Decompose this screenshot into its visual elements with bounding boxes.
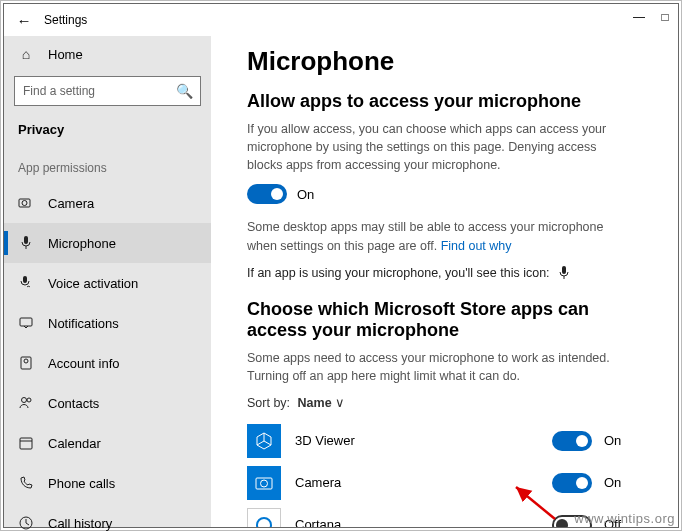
camera-app-icon <box>247 466 281 500</box>
section-choose-desc: Some apps need to access your microphone… <box>247 349 617 385</box>
sidebar: ⌂ Home Find a setting 🔍 Privacy App perm… <box>4 36 211 527</box>
sort-control[interactable]: Sort by: Name ∨ <box>247 395 642 410</box>
titlebar: ← Settings ― □ <box>4 4 678 36</box>
svg-rect-5 <box>20 318 32 326</box>
microphone-indicator-icon <box>556 265 572 281</box>
svg-point-7 <box>24 359 28 363</box>
svg-point-18 <box>257 518 271 527</box>
minimize-button[interactable]: ― <box>626 4 652 30</box>
svg-rect-4 <box>23 276 27 283</box>
app-toggle-camera[interactable] <box>552 473 592 493</box>
svg-point-9 <box>27 398 31 402</box>
sidebar-item-phone-calls[interactable]: Phone calls <box>4 463 211 503</box>
3d-viewer-icon <box>247 424 281 458</box>
voice-icon <box>18 275 34 291</box>
camera-icon <box>18 195 34 211</box>
app-row-3d-viewer: 3D Viewer On <box>247 420 642 462</box>
sidebar-item-label: Voice activation <box>48 276 138 291</box>
section-allow-heading: Allow apps to access your microphone <box>247 91 642 112</box>
sidebar-item-label: Account info <box>48 356 120 371</box>
sidebar-item-label: Contacts <box>48 396 99 411</box>
sidebar-item-label: Phone calls <box>48 476 115 491</box>
search-placeholder: Find a setting <box>23 84 176 98</box>
app-toggle-label: On <box>604 433 621 448</box>
find-out-why-link[interactable]: Find out why <box>441 239 512 253</box>
calendar-icon <box>18 435 34 451</box>
call-history-icon <box>18 515 34 531</box>
maximize-button[interactable]: □ <box>652 4 678 30</box>
home-icon: ⌂ <box>18 46 34 62</box>
sidebar-item-call-history[interactable]: Call history <box>4 503 211 531</box>
category-label: Privacy <box>4 116 211 143</box>
sidebar-item-microphone[interactable]: Microphone <box>4 223 211 263</box>
sidebar-item-calendar[interactable]: Calendar <box>4 423 211 463</box>
home-button[interactable]: ⌂ Home <box>4 36 211 72</box>
home-label: Home <box>48 47 83 62</box>
watermark: www.wintips.org <box>574 511 675 526</box>
sidebar-item-camera[interactable]: Camera <box>4 183 211 223</box>
search-input[interactable]: Find a setting 🔍 <box>14 76 201 106</box>
section-choose-heading: Choose which Microsoft Store apps can ac… <box>247 299 642 341</box>
phone-icon <box>18 475 34 491</box>
desktop-apps-note: Some desktop apps may still be able to a… <box>247 218 617 254</box>
allow-access-label: On <box>297 187 314 202</box>
sidebar-item-contacts[interactable]: Contacts <box>4 383 211 423</box>
app-name: Camera <box>295 475 552 490</box>
sidebar-item-voice-activation[interactable]: Voice activation <box>4 263 211 303</box>
content-pane: Microphone Allow apps to access your mic… <box>211 36 678 527</box>
svg-rect-2 <box>24 236 28 244</box>
app-name: Cortana <box>295 517 552 527</box>
app-row-camera: Camera On <box>247 462 642 504</box>
sidebar-item-account-info[interactable]: Account info <box>4 343 211 383</box>
sidebar-item-label: Calendar <box>48 436 101 451</box>
svg-point-17 <box>261 480 268 487</box>
app-toggle-label: On <box>604 475 621 490</box>
sidebar-item-label: Call history <box>48 516 112 531</box>
page-title: Microphone <box>247 46 642 77</box>
chevron-down-icon: ∨ <box>335 396 345 410</box>
svg-rect-14 <box>562 266 566 274</box>
app-toggle-3d-viewer[interactable] <box>552 431 592 451</box>
back-button[interactable]: ← <box>12 12 36 29</box>
section-label: App permissions <box>4 143 211 183</box>
svg-point-8 <box>22 398 27 403</box>
notifications-icon <box>18 315 34 331</box>
sidebar-item-label: Microphone <box>48 236 116 251</box>
allow-access-toggle[interactable] <box>247 184 287 204</box>
app-name: 3D Viewer <box>295 433 552 448</box>
sidebar-item-label: Camera <box>48 196 94 211</box>
svg-point-1 <box>22 201 27 206</box>
sidebar-item-label: Notifications <box>48 316 119 331</box>
svg-rect-10 <box>20 438 32 449</box>
window-title: Settings <box>44 13 87 27</box>
settings-window: ← Settings ― □ ⌂ Home Find a setting 🔍 P… <box>3 3 679 528</box>
account-icon <box>18 355 34 371</box>
contacts-icon <box>18 395 34 411</box>
section-allow-desc: If you allow access, you can choose whic… <box>247 120 617 174</box>
sidebar-item-notifications[interactable]: Notifications <box>4 303 211 343</box>
microphone-icon <box>18 235 34 251</box>
in-use-note: If an app is using your microphone, you'… <box>247 265 642 281</box>
cortana-icon <box>247 508 281 527</box>
search-icon: 🔍 <box>176 83 192 99</box>
